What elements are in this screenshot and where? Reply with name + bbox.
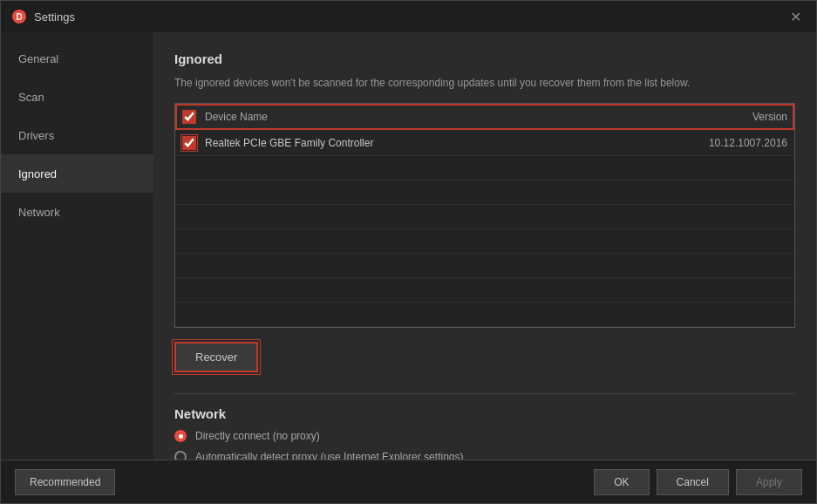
content-area: Ignored The ignored devices won't be sca… bbox=[153, 32, 816, 460]
network-title: Network bbox=[174, 406, 795, 421]
sidebar: General Scan Drivers Ignored Network bbox=[1, 32, 153, 460]
empty-row bbox=[175, 180, 794, 205]
radio-proxy-label: Automatically detect proxy (use Internet… bbox=[195, 451, 463, 460]
table-header: Device Name Version bbox=[175, 104, 794, 130]
svg-text:D: D bbox=[16, 12, 22, 22]
recover-button[interactable]: Recover bbox=[174, 342, 258, 372]
sidebar-item-ignored[interactable]: Ignored bbox=[1, 154, 153, 193]
table-row: Realtek PCIe GBE Family Controller 10.12… bbox=[175, 130, 794, 156]
section-divider bbox=[174, 393, 795, 394]
radio-dot-unselected bbox=[174, 451, 187, 460]
empty-rows bbox=[175, 156, 794, 327]
device-name-cell: Realtek PCIe GBE Family Controller bbox=[205, 137, 648, 149]
sidebar-item-scan[interactable]: Scan bbox=[1, 78, 153, 116]
close-button[interactable]: ✕ bbox=[785, 6, 806, 27]
sidebar-item-general[interactable]: General bbox=[1, 39, 153, 78]
app-icon: D bbox=[11, 9, 27, 24]
ok-button[interactable]: OK bbox=[594, 469, 649, 495]
version-header: Version bbox=[648, 111, 787, 123]
section-title: Ignored bbox=[174, 51, 795, 66]
row-checkbox[interactable] bbox=[182, 136, 196, 150]
empty-row bbox=[175, 303, 794, 327]
sidebar-item-network[interactable]: Network bbox=[1, 193, 153, 231]
radio-direct-label: Directly connect (no proxy) bbox=[195, 430, 320, 442]
radio-dot-selected bbox=[174, 430, 187, 442]
radio-direct-connect[interactable]: Directly connect (no proxy) bbox=[174, 430, 795, 442]
ignored-devices-table: Device Name Version Realtek PCIe GBE Fam… bbox=[174, 103, 795, 328]
sidebar-item-drivers[interactable]: Drivers bbox=[1, 116, 153, 154]
empty-row bbox=[175, 254, 794, 278]
device-name-header: Device Name bbox=[205, 111, 648, 123]
empty-row bbox=[175, 229, 794, 254]
section-description: The ignored devices won't be scanned for… bbox=[174, 75, 795, 91]
empty-row bbox=[175, 205, 794, 229]
window-title: Settings bbox=[34, 10, 785, 24]
empty-row bbox=[175, 156, 794, 180]
version-cell: 10.12.1007.2016 bbox=[648, 137, 787, 149]
select-all-checkbox[interactable] bbox=[182, 110, 196, 124]
recommended-button[interactable]: Recommended bbox=[15, 469, 115, 495]
radio-auto-proxy[interactable]: Automatically detect proxy (use Internet… bbox=[174, 451, 795, 460]
window-body: General Scan Drivers Ignored Network Ign… bbox=[1, 32, 816, 460]
network-section: Network Directly connect (no proxy) Auto… bbox=[174, 393, 795, 460]
title-bar: D Settings ✕ bbox=[1, 1, 816, 32]
empty-row bbox=[175, 278, 794, 303]
apply-button[interactable]: Apply bbox=[736, 469, 802, 495]
settings-window: D Settings ✕ General Scan Drivers Ignore… bbox=[0, 0, 817, 504]
footer: Recommended OK Cancel Apply bbox=[1, 460, 816, 503]
cancel-button[interactable]: Cancel bbox=[657, 469, 729, 495]
